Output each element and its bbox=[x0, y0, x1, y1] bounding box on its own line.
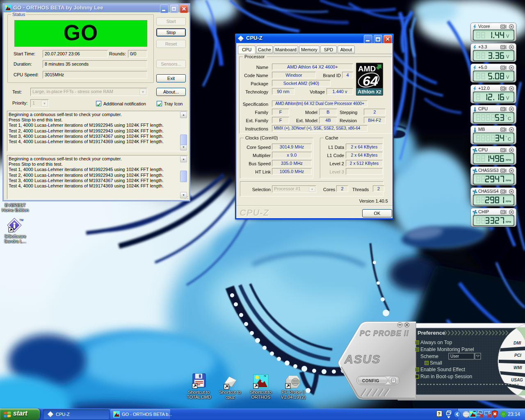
svg-text:CONFIG: CONFIG bbox=[362, 379, 379, 383]
svg-text:PCI: PCI bbox=[514, 353, 521, 358]
svg-text:?: ? bbox=[438, 411, 441, 416]
svg-text:RPM: RPM bbox=[506, 200, 511, 203]
svg-text:PC PROBE II: PC PROBE II bbox=[360, 329, 409, 338]
svg-text:User: User bbox=[450, 354, 459, 358]
svg-text:V: V bbox=[506, 34, 509, 39]
svg-text:DMI: DMI bbox=[514, 341, 521, 345]
svg-text:USAG: USAG bbox=[511, 378, 523, 382]
svg-text:°: ° bbox=[506, 115, 507, 119]
svg-text:V: V bbox=[506, 54, 509, 59]
svg-text:TM: TM bbox=[19, 219, 23, 221]
svg-text:Athlon X2: Athlon X2 bbox=[358, 89, 381, 95]
svg-text:C: C bbox=[508, 137, 511, 142]
svg-text:WMI: WMI bbox=[514, 365, 522, 370]
svg-text:64: 64 bbox=[363, 73, 378, 89]
svg-text:V: V bbox=[506, 96, 509, 100]
svg-text:°: ° bbox=[506, 135, 507, 139]
svg-text:RPM: RPM bbox=[506, 221, 511, 223]
svg-text:AMD: AMD bbox=[358, 64, 376, 73]
svg-text:Preference: Preference bbox=[418, 330, 445, 336]
svg-text:V: V bbox=[506, 75, 509, 80]
svg-text:RPM: RPM bbox=[506, 179, 511, 182]
svg-text:RPM: RPM bbox=[506, 159, 511, 161]
svg-text:ASUS: ASUS bbox=[344, 353, 381, 366]
svg-text:C: C bbox=[508, 116, 511, 121]
